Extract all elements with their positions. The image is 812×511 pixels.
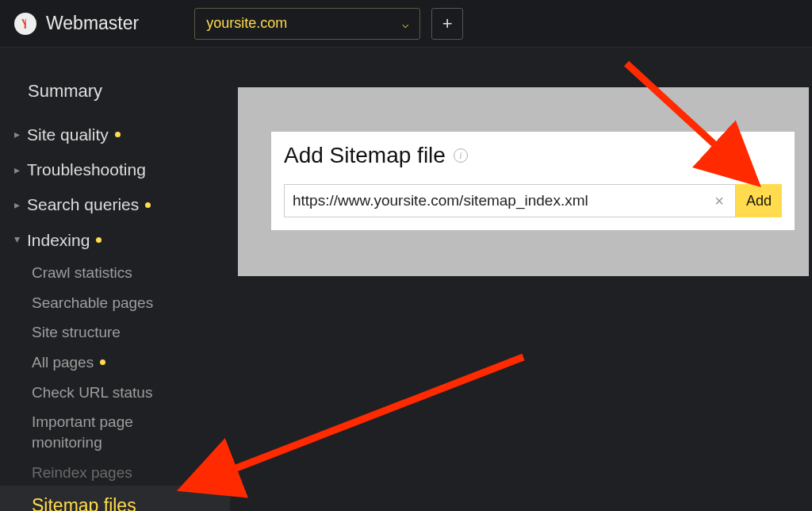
sidebar-sub-searchable-pages[interactable]: Searchable pages (0, 288, 230, 318)
sidebar-item-label: Site structure (32, 322, 121, 343)
sidebar-item-label: Site quality (27, 124, 109, 146)
sidebar-sub-important-page-monitoring[interactable]: Important page monitoring (0, 407, 230, 457)
sidebar-item-label: Summary (28, 79, 102, 103)
caret-down-icon: ▾ (14, 232, 22, 247)
sidebar-item-summary[interactable]: Summary (0, 73, 230, 110)
sidebar-item-label: Check URL status (32, 382, 152, 403)
header-bar: Webmaster yoursite.com ⌵ + (0, 0, 812, 48)
status-dot-icon (115, 132, 121, 137)
add-button-label: Add (746, 193, 772, 209)
sitemap-input-row: × Add (284, 184, 782, 217)
sidebar-item-label: Reindex pages (32, 463, 132, 483)
sidebar-item-label: Troubleshooting (27, 159, 146, 181)
sidebar-item-label: Sitemap files (32, 494, 136, 511)
site-selector[interactable]: yoursite.com ⌵ (194, 8, 420, 40)
caret-right-icon: ▸ (14, 163, 22, 178)
site-selector-value: yoursite.com (206, 15, 287, 32)
sidebar-sub-crawl-statistics[interactable]: Crawl statistics (0, 258, 230, 288)
clear-input-icon[interactable]: × (710, 192, 729, 210)
add-sitemap-card: Add Sitemap file i × Add (271, 132, 795, 230)
card-title-row: Add Sitemap file i (284, 143, 782, 168)
sidebar-sub-site-structure[interactable]: Site structure (0, 317, 230, 348)
yandex-logo[interactable] (14, 13, 36, 35)
sidebar-item-search-queries[interactable]: ▸ Search queries (0, 187, 230, 222)
sitemap-url-input[interactable] (293, 192, 710, 209)
caret-right-icon: ▸ (14, 198, 22, 213)
chevron-down-icon: ⌵ (402, 17, 408, 30)
plus-icon: + (442, 13, 453, 34)
sidebar: Summary ▸ Site quality ▸ Troubleshooting… (0, 63, 230, 511)
add-button[interactable]: Add (736, 184, 782, 217)
info-icon[interactable]: i (454, 148, 468, 163)
status-dot-icon (96, 237, 102, 243)
sidebar-item-label: Important page monitoring (32, 412, 198, 452)
sidebar-item-label: Searchable pages (32, 293, 153, 313)
caret-right-icon: ▸ (14, 127, 22, 142)
sidebar-item-label: Indexing (27, 229, 90, 252)
brand-title: Webmaster (46, 13, 139, 34)
sidebar-sub-all-pages[interactable]: All pages (0, 348, 230, 378)
sidebar-sub-reindex-pages[interactable]: Reindex pages (0, 458, 230, 488)
sidebar-item-site-quality[interactable]: ▸ Site quality (0, 117, 230, 152)
status-dot-icon (100, 359, 105, 365)
main-panel: Add Sitemap file i × Add (238, 87, 809, 276)
url-input-wrapper: × (284, 184, 736, 217)
status-dot-icon (145, 202, 151, 208)
sidebar-item-troubleshooting[interactable]: ▸ Troubleshooting (0, 152, 230, 187)
sidebar-item-label: Crawl statistics (32, 263, 132, 283)
svg-line-1 (189, 357, 523, 486)
card-title: Add Sitemap file (284, 143, 446, 168)
add-site-button[interactable]: + (431, 8, 463, 40)
sidebar-item-indexing[interactable]: ▾ Indexing (0, 223, 230, 258)
sidebar-item-label: Search queries (27, 194, 139, 216)
sidebar-item-label: All pages (32, 352, 94, 373)
sidebar-sub-check-url-status[interactable]: Check URL status (0, 378, 230, 408)
sidebar-sub-sitemap-files[interactable]: Sitemap files (0, 486, 230, 511)
